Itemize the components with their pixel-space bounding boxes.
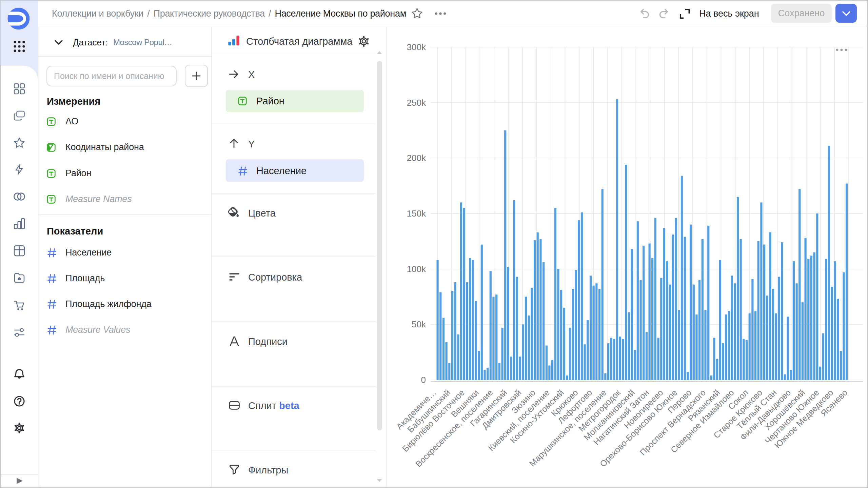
svg-text:200k: 200k [407, 153, 426, 163]
svg-text:50k: 50k [412, 319, 426, 329]
svg-text:100k: 100k [407, 264, 426, 274]
svg-text:0: 0 [421, 375, 426, 385]
svg-text:250k: 250k [407, 98, 426, 108]
svg-text:150k: 150k [407, 208, 426, 219]
svg-text:300k: 300k [407, 42, 426, 52]
